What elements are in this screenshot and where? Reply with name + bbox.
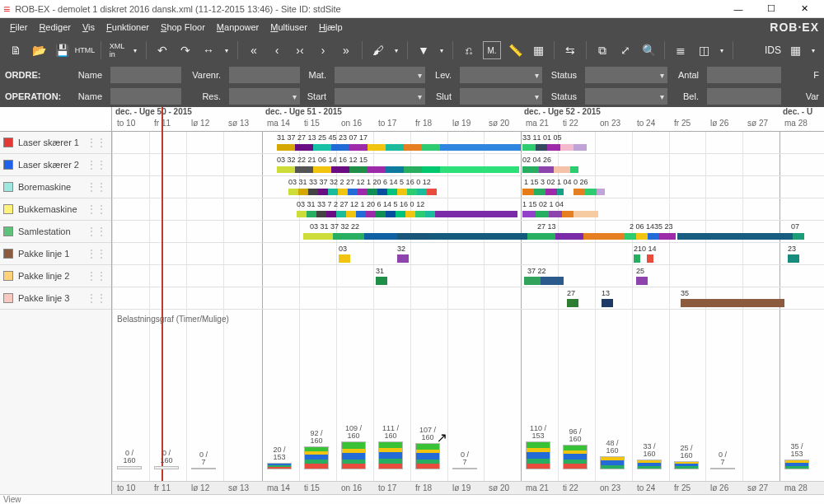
gantt-bar[interactable] [397, 189, 407, 195]
gantt-bar[interactable] [659, 233, 676, 240]
gantt-bar[interactable] [331, 144, 349, 151]
gantt-bar[interactable] [308, 189, 318, 195]
ordre-name-input[interactable] [110, 67, 181, 83]
menu-multiuser[interactable]: Multiuser [265, 21, 312, 34]
zoom-icon[interactable]: 🔍 [639, 41, 658, 59]
operation-bel-input[interactable] [707, 88, 781, 105]
gantt-chart[interactable]: Laser skærer 1⋮⋮Laser skærer 2⋮⋮Boremask… [0, 107, 824, 494]
gantt-bar[interactable] [349, 166, 368, 173]
gantt-bar[interactable] [313, 166, 331, 173]
gantt-bar[interactable] [427, 189, 437, 195]
ids-label[interactable]: IDS [765, 44, 781, 56]
gantt-grid[interactable]: dec. - Uge 50 - 2015dec. - Uge 51 - 2015… [112, 107, 824, 494]
op-status-select[interactable]: ▾ [585, 88, 667, 105]
nav-next-icon[interactable]: › [314, 41, 332, 59]
dropdown-caret-icon[interactable]: ▾ [131, 41, 139, 59]
gantt-bar[interactable] [366, 211, 376, 217]
gantt-bar[interactable] [536, 211, 549, 217]
gantt-bar[interactable] [316, 211, 326, 217]
resource-row[interactable]: Pakke linje 2⋮⋮ [0, 265, 111, 287]
gantt-bar[interactable] [567, 299, 578, 307]
drag-grip-icon[interactable]: ⋮⋮ [87, 226, 106, 237]
redo-icon[interactable]: ↷ [176, 41, 194, 59]
gantt-bar[interactable] [295, 144, 313, 151]
gantt-bar[interactable] [349, 144, 368, 151]
matrix-icon[interactable]: M. [483, 41, 501, 59]
dropdown-caret-icon[interactable]: ▾ [438, 41, 446, 59]
resource-row[interactable]: Pakke linje 3⋮⋮ [0, 287, 111, 310]
gantt-bar[interactable] [677, 233, 793, 240]
filter-icon[interactable]: ▼ [414, 41, 433, 59]
gantt-bar[interactable] [407, 189, 417, 195]
menu-filer[interactable]: Filer [5, 21, 32, 34]
link-icon[interactable]: ⎌ [460, 41, 478, 59]
dropdown-caret-icon[interactable]: ▾ [718, 41, 726, 59]
save-icon[interactable]: 💾 [53, 41, 71, 59]
undo-icon[interactable]: ↶ [153, 41, 171, 59]
gantt-bar[interactable] [397, 254, 409, 263]
start-select[interactable]: ▾ [335, 88, 425, 105]
menu-manpower[interactable]: Manpower [212, 21, 264, 34]
close-button[interactable]: ✕ [788, 0, 821, 18]
gantt-bar[interactable] [430, 233, 527, 240]
gantt-bar[interactable] [583, 233, 625, 240]
gantt-bar[interactable] [557, 189, 564, 195]
list-icon[interactable]: ≣ [672, 41, 690, 59]
gantt-bar[interactable] [364, 233, 397, 240]
gantt-row[interactable]: 03 31 33 7 2 27 12 1 20 6 14 5 16 0 121 … [112, 198, 824, 221]
gantt-bar[interactable] [625, 233, 636, 240]
menu-shop floor[interactable]: Shop Floor [156, 21, 210, 34]
gantt-bar[interactable] [387, 189, 397, 195]
nav-first-icon[interactable]: « [245, 41, 263, 59]
drag-grip-icon[interactable]: ⋮⋮ [87, 292, 106, 304]
gantt-bar[interactable] [326, 211, 336, 217]
gantt-bar[interactable] [539, 166, 554, 173]
status-select[interactable]: ▾ [585, 67, 667, 83]
gantt-bar[interactable] [597, 189, 605, 195]
ruler-icon[interactable]: 📏 [506, 41, 524, 59]
gantt-bar[interactable] [585, 189, 597, 195]
gantt-bar[interactable] [356, 211, 366, 217]
gantt-bar[interactable] [404, 144, 422, 151]
gantt-bar[interactable] [277, 144, 295, 151]
gantt-bar[interactable] [524, 277, 541, 285]
res-select[interactable]: ▾ [229, 88, 300, 105]
gantt-bar[interactable] [636, 233, 648, 240]
gantt-bar[interactable] [541, 277, 564, 285]
gantt-bar[interactable] [440, 166, 519, 173]
gantt-bar[interactable] [336, 211, 346, 217]
menu-funktioner[interactable]: Funktioner [101, 21, 154, 34]
gantt-bar[interactable] [297, 211, 307, 217]
gantt-bar[interactable] [570, 166, 578, 173]
ordre-varenr-input[interactable] [229, 67, 300, 83]
gantt-bar[interactable] [368, 144, 386, 151]
dropdown-caret-icon[interactable]: ▾ [809, 41, 817, 59]
grid-icon[interactable]: ▦ [529, 41, 547, 59]
mat-select[interactable]: ▾ [335, 67, 425, 83]
menu-rediger[interactable]: Rediger [34, 21, 76, 34]
resource-row[interactable]: Samlestation⋮⋮ [0, 221, 111, 243]
dropdown-caret-icon[interactable]: ▾ [392, 41, 400, 59]
resource-row[interactable]: Laser skærer 1⋮⋮ [0, 132, 111, 154]
gantt-bar[interactable] [602, 299, 613, 307]
gantt-bar[interactable] [313, 144, 331, 151]
gantt-bar[interactable] [288, 189, 298, 195]
gantt-bar[interactable] [307, 211, 316, 217]
gantt-bar[interactable] [522, 211, 536, 217]
zoom-fit-icon[interactable]: ⤢ [616, 41, 634, 59]
drag-grip-icon[interactable]: ⋮⋮ [87, 137, 106, 148]
resource-row[interactable]: Pakke linje 1⋮⋮ [0, 243, 111, 265]
brush-icon[interactable]: 🖌 [369, 41, 387, 59]
gantt-bar[interactable] [527, 233, 555, 240]
ordre-antal-input[interactable] [707, 67, 781, 83]
gantt-bar[interactable] [417, 189, 427, 195]
gantt-bar[interactable] [376, 277, 387, 285]
resource-row[interactable]: Laser skærer 2⋮⋮ [0, 154, 111, 176]
nav-last-icon[interactable]: » [337, 41, 355, 59]
menu-vis[interactable]: Vis [77, 21, 100, 34]
drag-grip-icon[interactable]: ⋮⋮ [87, 248, 106, 259]
gantt-bar[interactable] [396, 211, 405, 217]
dropdown-caret-icon[interactable]: ▾ [222, 41, 231, 59]
apps-icon[interactable]: ▦ [786, 41, 804, 59]
open-file-icon[interactable]: 📂 [30, 41, 48, 59]
